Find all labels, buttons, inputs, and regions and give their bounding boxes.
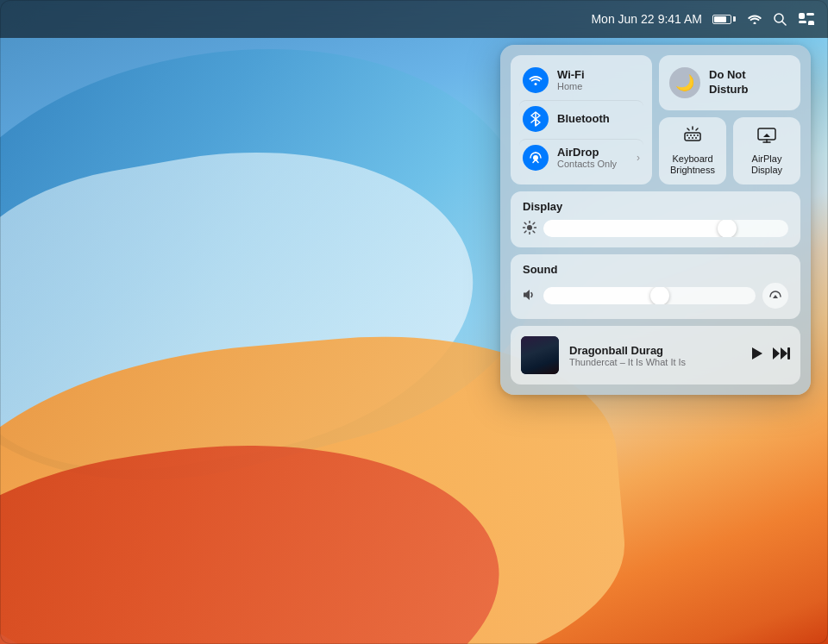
menubar-search-icon[interactable] bbox=[774, 13, 787, 26]
bluetooth-text: Bluetooth bbox=[557, 112, 640, 126]
svg-rect-8 bbox=[685, 133, 700, 141]
airdrop-title: AirDrop bbox=[557, 146, 628, 159]
sound-slider-track[interactable] bbox=[543, 287, 756, 304]
svg-line-26 bbox=[533, 231, 535, 233]
do-not-disturb-button[interactable]: 🌙 Do NotDisturb bbox=[659, 55, 800, 110]
svg-line-18 bbox=[696, 128, 698, 130]
menubar: Mon Jun 22 9:41 AM bbox=[0, 0, 828, 38]
sound-slider-fill bbox=[543, 287, 660, 304]
now-playing-title: Dragonball Durag bbox=[569, 344, 738, 357]
now-playing-section: Dragonball Durag Thundercat – It Is What… bbox=[511, 326, 800, 385]
album-art bbox=[521, 336, 559, 374]
battery-icon bbox=[712, 15, 736, 24]
display-slider-fill bbox=[543, 220, 727, 237]
airplay-display-button[interactable]: AirPlayDisplay bbox=[733, 117, 800, 184]
keyboard-brightness-icon bbox=[683, 126, 702, 149]
now-playing-subtitle: Thundercat – It Is What It Is bbox=[569, 357, 738, 367]
volume-icon bbox=[523, 289, 536, 303]
svg-marker-29 bbox=[752, 347, 762, 360]
now-playing-text: Dragonball Durag Thundercat – It Is What… bbox=[569, 344, 738, 367]
play-button[interactable] bbox=[749, 346, 764, 366]
svg-rect-5 bbox=[808, 21, 814, 25]
connectivity-block: Wi-Fi Home Bluetooth bbox=[511, 55, 652, 184]
sound-section: Sound bbox=[511, 254, 800, 319]
wifi-subtitle: Home bbox=[557, 81, 640, 92]
right-top-column: 🌙 Do NotDisturb bbox=[659, 55, 800, 184]
svg-line-1 bbox=[782, 22, 786, 25]
menubar-wifi-icon[interactable] bbox=[748, 14, 762, 24]
bluetooth-item[interactable]: Bluetooth bbox=[519, 100, 643, 137]
battery-body bbox=[712, 15, 731, 24]
display-slider-track[interactable] bbox=[543, 220, 788, 237]
control-center-panel: Wi-Fi Home Bluetooth bbox=[500, 45, 811, 395]
airdrop-item[interactable]: AirDrop Contacts Only › bbox=[519, 139, 643, 176]
wifi-title: Wi-Fi bbox=[557, 68, 640, 82]
display-label: Display bbox=[523, 200, 788, 213]
menubar-datetime: Mon Jun 22 9:41 AM bbox=[591, 12, 702, 26]
svg-line-27 bbox=[533, 222, 535, 224]
menubar-control-center-icon[interactable] bbox=[799, 13, 814, 25]
sound-airplay-button[interactable] bbox=[762, 283, 788, 309]
svg-point-20 bbox=[527, 225, 532, 230]
display-section: Display bbox=[511, 191, 800, 247]
display-slider-row bbox=[523, 220, 788, 237]
display-slider-thumb bbox=[718, 220, 737, 237]
menubar-right bbox=[712, 13, 814, 26]
sound-slider-row bbox=[523, 283, 788, 309]
small-buttons-row: KeyboardBrightness AirPlayDisplay bbox=[659, 117, 800, 184]
airdrop-icon bbox=[523, 145, 549, 171]
airdrop-chevron-icon: › bbox=[637, 152, 640, 164]
battery-fill bbox=[714, 16, 726, 22]
airplay-display-label: AirPlayDisplay bbox=[751, 153, 782, 176]
svg-rect-4 bbox=[799, 21, 806, 23]
album-art-image bbox=[521, 336, 559, 374]
keyboard-brightness-label: KeyboardBrightness bbox=[670, 153, 715, 176]
menubar-time: 9:41 AM bbox=[658, 12, 702, 26]
sound-slider-thumb bbox=[650, 287, 669, 304]
menubar-date: Mon Jun 22 bbox=[591, 12, 654, 26]
svg-rect-32 bbox=[787, 347, 790, 360]
svg-marker-31 bbox=[781, 347, 787, 360]
airdrop-text: AirDrop Contacts Only bbox=[557, 146, 628, 171]
svg-rect-2 bbox=[799, 13, 805, 19]
sound-label: Sound bbox=[523, 263, 788, 276]
wifi-text: Wi-Fi Home bbox=[557, 68, 640, 93]
airplay-display-icon bbox=[757, 126, 776, 149]
bluetooth-icon bbox=[523, 106, 549, 132]
brightness-icon bbox=[523, 221, 536, 237]
svg-line-17 bbox=[687, 128, 689, 130]
skip-forward-button[interactable] bbox=[773, 347, 790, 365]
svg-marker-30 bbox=[773, 347, 780, 360]
svg-line-28 bbox=[524, 231, 526, 233]
do-not-disturb-label: Do NotDisturb bbox=[709, 68, 749, 97]
keyboard-brightness-button[interactable]: KeyboardBrightness bbox=[659, 117, 726, 184]
battery-tip bbox=[733, 16, 736, 22]
do-not-disturb-icon: 🌙 bbox=[669, 67, 700, 98]
bluetooth-title: Bluetooth bbox=[557, 112, 640, 126]
wifi-item[interactable]: Wi-Fi Home bbox=[519, 62, 643, 98]
airdrop-subtitle: Contacts Only bbox=[557, 159, 628, 170]
top-grid: Wi-Fi Home Bluetooth bbox=[511, 55, 800, 184]
wifi-icon bbox=[523, 67, 549, 93]
svg-rect-3 bbox=[806, 13, 814, 16]
svg-line-25 bbox=[524, 222, 526, 224]
playback-controls bbox=[749, 346, 790, 366]
